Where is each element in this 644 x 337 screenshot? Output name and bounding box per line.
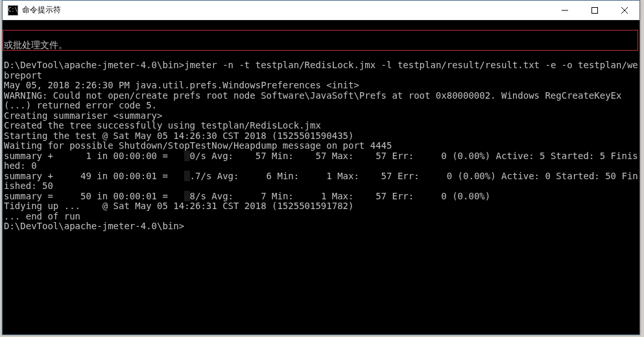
command-line: D:\DevTool\apache-jmeter-4.0\bin>jmeter … (4, 60, 638, 81)
output-line: WARNING: Could not open/create prefs roo… (4, 90, 621, 111)
redacted-value (184, 151, 189, 161)
summary-seg: summary + 49 in 00:00:01 = (4, 171, 184, 181)
output-line: Waiting for possible Shutdown/StopTestNo… (4, 140, 392, 151)
window-title: 命令提示符 (22, 5, 550, 16)
terminal-area[interactable]: 或批处理文件。 D:\DevTool\apache-jmeter-4.0\bin… (3, 20, 639, 334)
output-line: 或批处理文件。 (4, 40, 67, 50)
output-line: Created the tree successfully using test… (4, 120, 321, 131)
prompt: D:\DevTool\apache-jmeter-4.0\bin> (4, 60, 184, 70)
cursor (184, 222, 189, 231)
command-highlight-box (3, 30, 638, 51)
summary-seg: summary = 50 in 00:00:01 = (4, 191, 184, 201)
summary-seg: 8/s Avg: 7 Min: 1 Max: 57 Err: 0 (0.00%) (190, 191, 491, 201)
output-line: ... end of run (4, 211, 80, 221)
summary-line: summary + 1 in 00:00:00 = 0/s Avg: 57 Mi… (4, 151, 638, 171)
window-controls (550, 1, 639, 20)
prompt-line: D:\DevTool\apache-jmeter-4.0\bin> (4, 221, 189, 231)
title-bar[interactable]: C:\ 命令提示符 (3, 1, 639, 20)
output-line: Creating summariser <summary> (4, 110, 162, 121)
summary-seg: summary + 1 in 00:00:00 = (4, 151, 184, 161)
summary-line: summary = 50 in 00:00:01 = 8/s Avg: 7 Mi… (4, 191, 490, 201)
minimize-button[interactable] (550, 1, 580, 20)
output-line: Starting the test @ Sat May 05 14:26:30 … (4, 131, 353, 141)
close-button[interactable] (610, 1, 639, 20)
prompt: D:\DevTool\apache-jmeter-4.0\bin> (4, 221, 184, 231)
output-line: Tidying up ... @ Sat May 05 14:26:31 CST… (4, 201, 353, 211)
summary-line: summary + 49 in 00:00:01 = .7/s Avg: 6 M… (4, 171, 638, 192)
svg-rect-1 (592, 7, 598, 13)
output-line: May 05, 2018 2:26:30 PM java.util.prefs.… (4, 80, 359, 90)
maximize-button[interactable] (580, 1, 610, 20)
cmd-icon: C:\ (8, 5, 18, 16)
command-prompt-window: C:\ 命令提示符 或批处理文件。 D:\DevTool\apache-jmet… (2, 0, 640, 335)
redacted-value (184, 191, 189, 201)
redacted-value (184, 171, 189, 181)
